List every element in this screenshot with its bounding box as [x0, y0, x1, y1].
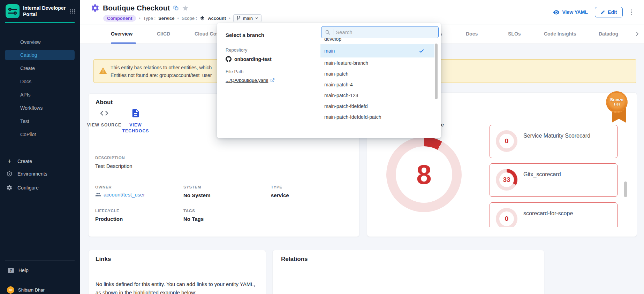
- scorecard-card-service-maturity[interactable]: 0 Service Maturity Scorecard: [490, 125, 618, 158]
- scorecard-list: 0 Service Maturity Scorecard 33 Gitx_sco…: [490, 123, 626, 227]
- environments-icon: [6, 171, 13, 177]
- sidebar: Internal Developer Portal Overview Catal…: [0, 0, 80, 294]
- scope-label: Scope :: [182, 16, 197, 21]
- system-label: SYSTEM: [183, 185, 211, 189]
- owner-link[interactable]: account/test_user: [95, 192, 145, 198]
- tab-docs[interactable]: Docs: [466, 24, 478, 44]
- tab-datadog[interactable]: Datadog: [599, 24, 618, 44]
- document-icon: [131, 108, 141, 118]
- sidebar-action-environments[interactable]: Environments: [6, 171, 76, 177]
- tags-value: No Tags: [183, 216, 204, 222]
- scorecard-name: Gitx_scorecard: [523, 171, 561, 178]
- external-link-icon: [270, 78, 275, 83]
- view-yaml-button[interactable]: View YAML: [553, 9, 588, 16]
- type-label: Type :: [143, 16, 156, 21]
- owner-label: OWNER: [95, 185, 145, 189]
- sidebar-item-docs[interactable]: Docs: [5, 76, 75, 87]
- people-icon: [95, 192, 101, 198]
- sidebar-item-create[interactable]: Create: [5, 63, 75, 74]
- scorecard-card-for-scope[interactable]: 0 scorecard-for-scope: [490, 202, 618, 227]
- sidebar-item-apis[interactable]: APIs: [5, 90, 75, 100]
- scorecard-donut: 0: [496, 130, 517, 152]
- tabs-overflow-chevron-icon[interactable]: [634, 31, 640, 38]
- about-title: About: [96, 99, 113, 106]
- eye-icon: [553, 9, 560, 16]
- git-branch-icon: [236, 16, 241, 21]
- tags-label: TAGS: [183, 209, 204, 213]
- branch-option-main-patch-fdefdefd[interactable]: main-patch-fdefdefd: [320, 101, 434, 111]
- bronze-tier-badge: Bronze Tier: [605, 86, 633, 124]
- links-card: Links No links defined for this entity. …: [88, 250, 266, 294]
- more-options-icon[interactable]: [630, 8, 633, 16]
- sidebar-item-workflows[interactable]: Workflows: [5, 103, 75, 113]
- branch-option-main-patch[interactable]: main-patch: [320, 68, 434, 79]
- avatar: SD: [7, 286, 14, 294]
- branch-selector-value: main: [243, 16, 253, 21]
- repository-value: onboarding-test: [226, 56, 272, 62]
- edit-button[interactable]: Edit: [595, 7, 622, 17]
- code-icon: [99, 108, 109, 118]
- app-title: Internal Developer Portal: [23, 5, 66, 17]
- search-icon: [325, 30, 331, 35]
- account-scope-icon: [200, 16, 205, 21]
- scorecard-donut: 0: [496, 208, 517, 227]
- sidebar-divider: [5, 149, 75, 149]
- entity-kind-badge: Component: [103, 15, 136, 22]
- tab-overview[interactable]: Overview: [111, 24, 132, 44]
- github-icon: [226, 56, 232, 62]
- sidebar-item-catalog[interactable]: Catalog: [5, 50, 75, 60]
- type-value: Service: [158, 16, 174, 21]
- sidebar-divider: [5, 260, 75, 261]
- warning-icon: [99, 67, 107, 77]
- branch-option-main-feature-branch[interactable]: main-feature-branch: [320, 57, 434, 68]
- plus-icon: +: [6, 157, 13, 165]
- branch-select-popup: Select a branch Repository onboarding-te…: [217, 23, 441, 138]
- scorecard-card-gitx[interactable]: 33 Gitx_scorecard: [490, 163, 618, 197]
- sidebar-accent-divider: [5, 22, 75, 23]
- links-title: Links: [96, 256, 111, 263]
- branch-search-input[interactable]: [336, 29, 423, 35]
- copy-icon[interactable]: [173, 5, 179, 11]
- lifecycle-label: LIFECYCLE: [95, 209, 123, 213]
- apps-grid-icon[interactable]: [70, 9, 75, 14]
- branch-option-main-patch-4[interactable]: main-patch-4: [320, 79, 434, 90]
- scorecards-scrollbar[interactable]: [624, 181, 627, 197]
- chevron-down-icon: [255, 16, 258, 20]
- check-icon: [418, 48, 425, 54]
- repository-label: Repository: [226, 47, 247, 53]
- type-field-value: service: [271, 192, 289, 198]
- help-icon: ?: [8, 268, 14, 273]
- sidebar-action-configure[interactable]: Configure: [6, 185, 76, 191]
- tab-slos[interactable]: SLOs: [508, 24, 521, 44]
- system-value: No System: [183, 192, 211, 198]
- overall-score-donut: 8: [386, 137, 462, 212]
- scorecard-name: Service Maturity Scorecard: [523, 133, 590, 139]
- star-icon[interactable]: [182, 5, 189, 11]
- relations-card: Relations: [272, 250, 544, 294]
- scorecard-donut: 33: [496, 169, 517, 191]
- sidebar-item-test[interactable]: Test: [5, 116, 75, 126]
- file-path-link[interactable]: .../QA/boutique.yaml: [226, 78, 275, 83]
- sidebar-item-overview[interactable]: Overview: [5, 37, 75, 47]
- lifecycle-value: Production: [95, 216, 123, 222]
- view-techdocs-button[interactable]: VIEW TECHDOCS: [116, 108, 155, 134]
- tab-code-insights[interactable]: Code Insights: [544, 24, 576, 44]
- branch-list-scrollbar[interactable]: [435, 44, 438, 99]
- description-label: DESCRIPTION: [95, 156, 132, 160]
- user-menu[interactable]: SD Shibam Dhar: [7, 286, 45, 294]
- branch-option-main[interactable]: main: [320, 44, 434, 57]
- type-field-label: TYPE: [271, 185, 289, 189]
- branch-option-main-patch-fdefdefd-patch[interactable]: main-patch-fdefdefd-patch: [320, 111, 434, 122]
- help-button[interactable]: ? Help: [8, 268, 29, 273]
- branch-search: [321, 26, 439, 38]
- tab-cicd[interactable]: CI/CD: [157, 24, 170, 44]
- sidebar-action-create[interactable]: + Create: [6, 157, 76, 165]
- text-cursor: [333, 29, 333, 35]
- sidebar-item-copilot[interactable]: CoPilot: [5, 129, 75, 140]
- badge-medal-icon: Bronze Tier: [606, 91, 628, 113]
- file-path-label: File Path: [226, 69, 243, 74]
- branch-selector[interactable]: main: [233, 14, 262, 22]
- description-value: Test Description: [95, 163, 132, 169]
- app-logo-icon: [6, 4, 20, 18]
- branch-option-main-patch-123[interactable]: main-patch-123: [320, 90, 434, 101]
